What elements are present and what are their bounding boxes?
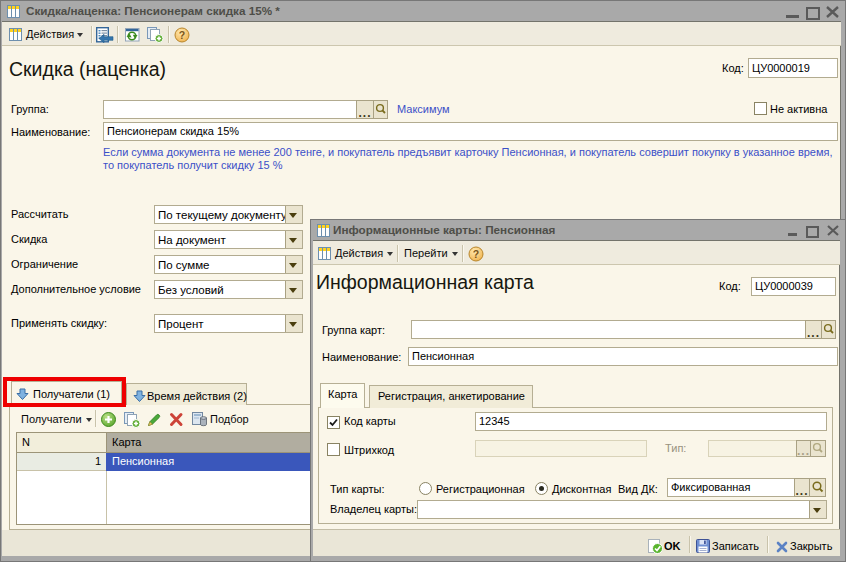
- svg-text:?: ?: [473, 248, 479, 260]
- svg-text:?: ?: [179, 29, 185, 41]
